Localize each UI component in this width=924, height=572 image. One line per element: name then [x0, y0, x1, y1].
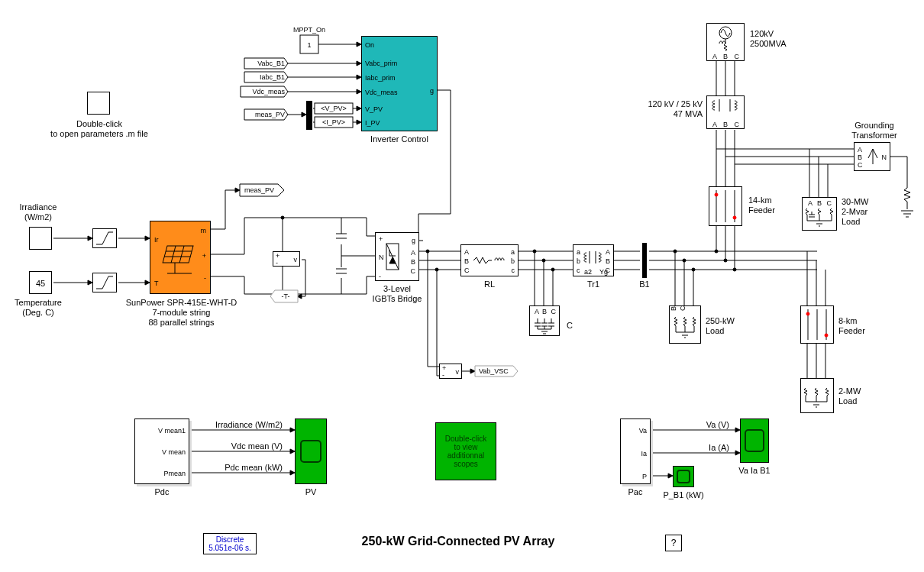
sel-ipv: <I_PV>: [315, 117, 353, 128]
load-30mw-label: 30-MW 2-Mvar Load: [842, 197, 868, 227]
vdc-voltmeter[interactable]: +-v: [273, 251, 300, 267]
svg-text:C: C: [679, 306, 687, 311]
svg-text:C: C: [735, 121, 740, 128]
mppt-constant-block[interactable]: 1: [300, 35, 318, 53]
inverter-control-label: Inverter Control: [361, 134, 438, 144]
svg-text:Va: Va: [639, 427, 647, 435]
goto-t[interactable]: -T-: [270, 290, 298, 302]
svg-text:C: C: [551, 308, 557, 315]
grid-xfmr-block[interactable]: ABC: [706, 95, 745, 129]
c-block[interactable]: A B C: [529, 305, 560, 336]
pac-ia-label: Ia (A): [664, 443, 729, 453]
pb1-scope-block[interactable]: [673, 466, 694, 487]
svg-text:1: 1: [307, 41, 311, 49]
pb1-scope-label: P_B1 (kW): [658, 490, 709, 500]
inverter-control-block[interactable]: On Vabc_prim Iabc_prim Vdc_meas V_PV I_P…: [361, 36, 438, 131]
svg-text:A: A: [411, 249, 415, 257]
svg-text:C: C: [411, 267, 416, 275]
feeder-14km-block[interactable]: [709, 186, 742, 226]
svg-text:<V_PV>: <V_PV>: [321, 105, 347, 112]
pac-subsystem[interactable]: Va Ia P: [620, 418, 651, 484]
svg-text:Pmean: Pmean: [163, 470, 186, 477]
grid-source-block[interactable]: ABC: [706, 23, 745, 61]
svg-text:v: v: [456, 368, 460, 376]
svg-text:B: B: [858, 154, 862, 161]
goto-meas-pv[interactable]: meas_PV: [240, 184, 284, 196]
svg-text:c: c: [577, 267, 580, 274]
svg-text:A: A: [712, 121, 717, 128]
svg-text:Vabc_prim: Vabc_prim: [365, 60, 397, 67]
svg-text:-T-: -T-: [282, 292, 290, 300]
svg-rect-85: [642, 243, 647, 278]
svg-text:A: A: [808, 199, 813, 207]
sel-vpv: <V_PV>: [315, 103, 353, 114]
svg-text:Vab_VSC: Vab_VSC: [479, 367, 509, 375]
b1-busbar[interactable]: [640, 243, 649, 278]
svg-text:5.051e-06 s.: 5.051e-06 s.: [208, 544, 251, 552]
pdc-subsystem[interactable]: V mean1 V mean Pmean: [134, 418, 189, 484]
svg-text:meas_PV: meas_PV: [255, 111, 285, 118]
grid-xfmr-label: 120 kV / 25 kV 47 MVA: [626, 99, 703, 119]
load-2mw-block[interactable]: A: [800, 378, 834, 413]
from-vabc-b1[interactable]: Vabc_B1: [244, 58, 288, 69]
rl-label: RL: [460, 280, 519, 289]
svg-text:+: +: [379, 235, 383, 243]
svg-text:B: B: [606, 257, 610, 265]
svg-text:C: C: [735, 53, 740, 60]
svg-text:Iabc_B1: Iabc_B1: [260, 73, 285, 81]
pac-label: Pac: [620, 487, 651, 497]
grounding-xfmr-block[interactable]: A B C N: [854, 142, 890, 171]
svg-text:c: c: [512, 267, 515, 274]
svg-text:g: g: [430, 87, 434, 95]
svg-text:b: b: [577, 257, 580, 265]
pac-va-label: Va (V): [664, 420, 729, 430]
mppt-on-label: MPPT_On: [293, 26, 325, 34]
pv-scope-block[interactable]: [295, 418, 327, 484]
powergui-block[interactable]: Discrete 5.051e-06 s.: [203, 533, 257, 554]
load-250kw-block[interactable]: A B C: [669, 305, 701, 344]
bus-selector-pv[interactable]: [306, 101, 312, 130]
svg-text:-: -: [442, 371, 444, 378]
svg-text:C: C: [464, 267, 470, 274]
pdc-sig2-label: Vdc mean (V): [195, 441, 283, 451]
svg-text:N: N: [882, 154, 887, 161]
pdc-label: Pdc: [134, 487, 189, 497]
vab-vsc-voltmeter[interactable]: +-v: [439, 364, 462, 379]
svg-text:Vabc_B1: Vabc_B1: [257, 60, 285, 67]
svg-text:<I_PV>: <I_PV>: [322, 118, 345, 126]
svg-text:-: -: [276, 259, 278, 266]
svg-text:V mean1: V mean1: [158, 427, 186, 435]
from-vdc-meas[interactable]: Vdc_meas: [241, 86, 288, 97]
goto-vab-vsc[interactable]: Vab_VSC: [475, 366, 518, 376]
pdc-sig1-label: Irradiance (W/m2): [195, 420, 283, 430]
igbt-bridge-block[interactable]: g + N - A B C: [375, 232, 419, 281]
svg-text:B: B: [542, 308, 547, 315]
svg-rect-123: [301, 441, 321, 462]
svg-text:a2: a2: [584, 268, 592, 276]
from-meas-pv[interactable]: meas_PV: [244, 109, 288, 120]
svg-text:Vdc_meas: Vdc_meas: [252, 88, 285, 95]
svg-text:P: P: [642, 473, 647, 480]
from-iabc-b1[interactable]: Iabc_B1: [244, 72, 288, 82]
feeder-8km-block[interactable]: [800, 305, 834, 344]
grounding-xfmr-label: Grounding Transformer: [840, 121, 909, 141]
svg-point-93: [733, 216, 736, 219]
svg-text:B: B: [670, 306, 677, 311]
svg-text:Vdc_meas: Vdc_meas: [365, 89, 398, 96]
help-block[interactable]: ?: [665, 535, 682, 551]
svg-text:A: A: [535, 308, 539, 315]
svg-text:V_PV: V_PV: [365, 105, 383, 113]
svg-text:b: b: [511, 257, 515, 265]
svg-text:Ia: Ia: [641, 450, 647, 457]
pv-scope-label: PV: [295, 487, 327, 497]
svg-text:C: C: [858, 161, 863, 169]
svg-point-115: [825, 334, 828, 337]
open-scopes-block[interactable]: Double-click to view additionnal scopes: [435, 422, 496, 480]
rl-block[interactable]: Aa Bb Cc: [460, 244, 519, 276]
vaia-scope-block[interactable]: [740, 418, 769, 463]
tr1-block[interactable]: aA bB cC a2 Yg: [573, 244, 614, 276]
load-30mw-block[interactable]: ABC: [802, 197, 837, 231]
svg-rect-37: [306, 101, 312, 130]
grid-source-s-label: 2500MVA: [750, 39, 787, 49]
feeder-14km-label: 14-km Feeder: [748, 196, 775, 215]
